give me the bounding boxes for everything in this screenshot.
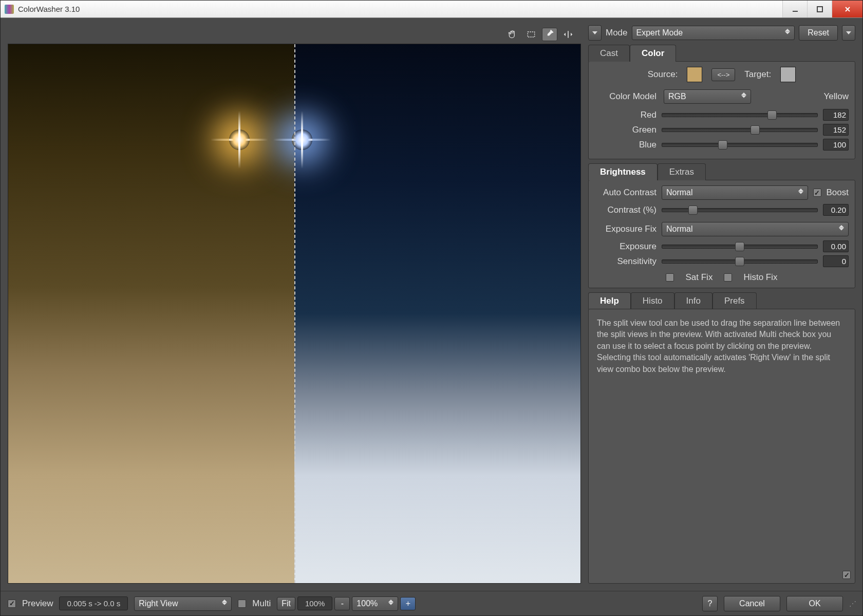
app-window: ColorWasher 3.10 xyxy=(0,0,863,616)
satfix-label: Sat Fix xyxy=(685,272,712,283)
hand-tool-icon[interactable] xyxy=(505,28,520,41)
target-swatch[interactable] xyxy=(780,67,796,82)
multi-checkbox[interactable] xyxy=(238,600,246,608)
zoom-left: 100% xyxy=(297,596,332,610)
app-icon xyxy=(5,5,14,14)
color-panel: Source: <--> Target: Color Model RGB Yel… xyxy=(588,61,855,159)
tab-prefs[interactable]: Prefs xyxy=(712,292,757,309)
histofix-label: Histo Fix xyxy=(743,272,777,283)
color-tabs: Cast Color Source: <--> Target: Color Mo… xyxy=(588,45,855,159)
zoom-right-dropdown[interactable]: 100% xyxy=(352,596,398,611)
slider-label: Blue xyxy=(595,140,656,150)
brightness-panel: Auto Contrast Normal Boost Contrast (%) … xyxy=(588,180,855,288)
contrast-slider[interactable] xyxy=(662,208,818,212)
help-pin-checkbox[interactable] xyxy=(842,571,851,579)
auto-contrast-label: Auto Contrast xyxy=(595,188,656,198)
sensitivity-label: Sensitivity xyxy=(595,256,656,267)
tab-help[interactable]: Help xyxy=(588,292,631,309)
left-pane xyxy=(8,25,581,584)
zoom-minus-button[interactable]: - xyxy=(334,597,350,610)
histofix-checkbox[interactable] xyxy=(724,273,732,282)
exposure-fix-dropdown[interactable]: Normal xyxy=(662,222,849,236)
preview-checkbox[interactable] xyxy=(8,600,16,608)
svg-rect-1 xyxy=(817,7,822,12)
exposure-fix-label: Exposure Fix xyxy=(595,224,656,234)
right-pane: Mode Expert Mode Reset Cast Color Source… xyxy=(588,25,855,584)
mode-row: Mode Expert Mode Reset xyxy=(588,25,855,41)
fit-button[interactable]: Fit xyxy=(277,597,295,610)
satfix-checkbox[interactable] xyxy=(666,273,674,282)
sensitivity-slider[interactable] xyxy=(662,259,818,264)
tab-info[interactable]: Info xyxy=(674,292,712,309)
tab-brightness[interactable]: Brightness xyxy=(588,163,658,180)
minimize-button[interactable] xyxy=(782,1,807,17)
contrast-label: Contrast (%) xyxy=(595,205,656,215)
boost-checkbox[interactable] xyxy=(813,189,821,197)
help-tabs: Help Histo Info Prefs The split view too… xyxy=(588,292,855,584)
split-divider[interactable] xyxy=(294,44,295,583)
help-text: The split view tool can be used to drag … xyxy=(595,314,849,378)
mode-label: Mode xyxy=(606,28,628,38)
timing-readout: 0.005 s -> 0.0 s xyxy=(59,596,128,610)
green-slider[interactable] xyxy=(662,128,818,132)
boost-label: Boost xyxy=(827,188,849,198)
resize-grip-icon[interactable]: ⋰ xyxy=(849,600,855,608)
zoom-plus-button[interactable]: + xyxy=(400,597,416,610)
color-model-label: Color Model xyxy=(595,91,656,102)
exposure-label: Exposure xyxy=(595,241,656,252)
svg-rect-2 xyxy=(528,32,534,37)
tab-extras[interactable]: Extras xyxy=(658,163,706,180)
red-value[interactable]: 182 xyxy=(823,109,849,121)
exposure-value[interactable]: 0.00 xyxy=(823,240,849,252)
marquee-tool-icon[interactable] xyxy=(523,28,539,41)
brightness-tabs: Brightness Extras Auto Contrast Normal B… xyxy=(588,163,855,288)
bottom-bar: Preview 0.005 s -> 0.0 s Right View Mult… xyxy=(1,591,862,615)
help-button[interactable]: ? xyxy=(702,596,718,611)
help-panel: The split view tool can be used to drag … xyxy=(588,309,855,584)
content-area: Mode Expert Mode Reset Cast Color Source… xyxy=(1,18,862,591)
source-swatch[interactable] xyxy=(687,67,702,82)
swap-button[interactable]: <--> xyxy=(711,68,735,81)
slider-label: Red xyxy=(595,110,656,120)
reset-button[interactable]: Reset xyxy=(799,25,838,41)
eyedropper-tool-icon[interactable] xyxy=(542,28,557,41)
split-tool-icon[interactable] xyxy=(560,28,576,41)
ok-button[interactable]: OK xyxy=(786,596,843,611)
target-label: Target: xyxy=(744,69,771,80)
svg-rect-0 xyxy=(793,11,798,12)
tab-cast[interactable]: Cast xyxy=(588,45,630,62)
mode-dropdown[interactable]: Expert Mode xyxy=(632,26,795,40)
blue-value[interactable]: 100 xyxy=(823,139,849,151)
preview-toolbar xyxy=(8,25,581,44)
slider-label: Green xyxy=(595,125,656,135)
sensitivity-value[interactable]: 0 xyxy=(823,255,849,267)
cancel-button[interactable]: Cancel xyxy=(724,596,780,611)
preview-image[interactable] xyxy=(8,44,581,584)
titlebar: ColorWasher 3.10 xyxy=(1,1,862,18)
multi-label: Multi xyxy=(252,599,271,609)
view-dropdown[interactable]: Right View xyxy=(134,596,232,611)
green-value[interactable]: 152 xyxy=(823,124,849,136)
hue-name: Yellow xyxy=(758,91,849,102)
source-label: Source: xyxy=(648,69,678,80)
close-button[interactable] xyxy=(832,1,862,17)
reset-menu-button[interactable] xyxy=(842,25,855,41)
contrast-value[interactable]: 0.20 xyxy=(823,204,849,216)
window-title: ColorWasher 3.10 xyxy=(18,5,782,13)
tab-color[interactable]: Color xyxy=(630,45,676,62)
blue-slider[interactable] xyxy=(662,143,818,147)
tab-histo[interactable]: Histo xyxy=(631,292,674,309)
color-model-dropdown[interactable]: RGB xyxy=(664,89,751,104)
exposure-slider[interactable] xyxy=(662,245,818,249)
window-buttons xyxy=(782,1,862,17)
red-slider[interactable] xyxy=(662,113,818,117)
auto-contrast-dropdown[interactable]: Normal xyxy=(662,185,808,200)
mode-menu-button[interactable] xyxy=(588,25,602,41)
maximize-button[interactable] xyxy=(807,1,832,17)
preview-label: Preview xyxy=(22,599,53,609)
